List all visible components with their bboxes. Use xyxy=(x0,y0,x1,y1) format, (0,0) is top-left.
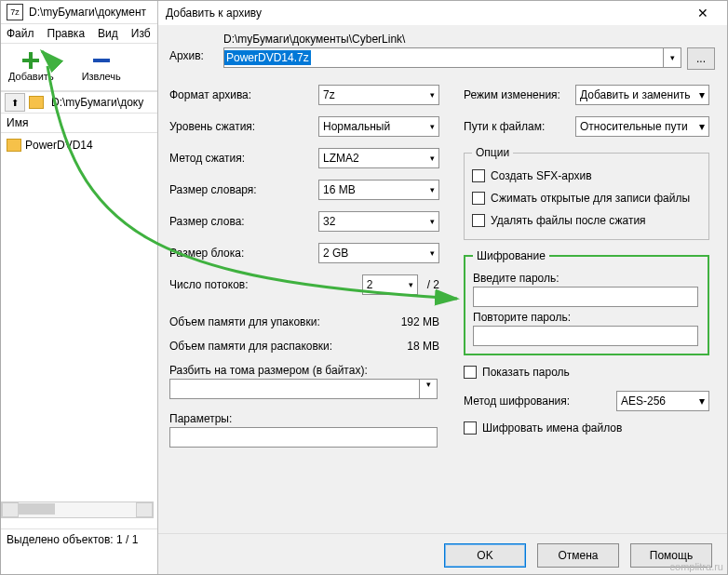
delete-after-checkbox[interactable] xyxy=(472,214,485,227)
block-label: Размер блока: xyxy=(169,247,244,260)
params-label: Параметры: xyxy=(169,412,439,425)
open-files-checkbox[interactable] xyxy=(472,192,485,205)
sfx-checkbox[interactable] xyxy=(472,169,485,182)
password2-input[interactable] xyxy=(473,326,698,346)
add-label: Добавить xyxy=(8,71,54,82)
folder-icon xyxy=(7,139,21,152)
mode-select[interactable]: Добавить и заменить▾ xyxy=(575,85,709,105)
ok-button[interactable]: OK xyxy=(444,543,526,568)
sfx-label: Создать SFX-архив xyxy=(491,169,592,182)
extract-label: Извлечь xyxy=(82,71,121,82)
word-select[interactable]: 32▾ xyxy=(318,211,439,232)
chevron-down-icon[interactable]: ▾ xyxy=(663,48,681,67)
method-label: Метод сжатия: xyxy=(169,152,245,165)
format-select[interactable]: 7z▾ xyxy=(318,85,439,105)
block-select[interactable]: 2 GB▾ xyxy=(318,243,439,263)
mem-unpack-value: 18 MB xyxy=(407,340,439,353)
add-to-archive-dialog: Добавить к архиву ✕ Архив: D:\myБумаги\д… xyxy=(157,1,728,575)
encrypt-names-label: Шифровать имена файлов xyxy=(482,421,622,435)
threads-max: / 2 xyxy=(427,278,439,291)
dialog-title: Добавить к архиву xyxy=(166,7,262,20)
archive-label: Архив: xyxy=(169,49,204,62)
menu-edit[interactable]: Правка xyxy=(47,27,86,40)
browse-button[interactable]: ... xyxy=(687,47,715,70)
options-legend: Опции xyxy=(472,146,513,159)
show-password-label: Показать пароль xyxy=(482,366,570,379)
close-button[interactable]: ✕ xyxy=(684,3,721,23)
minus-icon xyxy=(93,52,110,69)
enc-method-label: Метод шифрования: xyxy=(464,394,570,408)
cancel-button[interactable]: Отмена xyxy=(537,543,619,568)
watermark: complitra.ru xyxy=(670,561,723,572)
menu-file[interactable]: Файл xyxy=(7,27,34,40)
delete-after-label: Удалять файлы после сжатия xyxy=(491,214,646,227)
format-label: Формат архива: xyxy=(169,88,251,101)
plus-icon xyxy=(22,52,39,69)
dict-select[interactable]: 16 MB▾ xyxy=(318,180,439,200)
archive-dir: D:\myБумаги\документы\CyberLink\ xyxy=(223,33,405,46)
split-label: Разбить на тома размером (в байтах): xyxy=(169,364,439,377)
status-text: Выделено объектов: 1 / 1 xyxy=(7,533,138,546)
encryption-group: Шифрование Введите пароль: Повторите пар… xyxy=(464,249,709,355)
encryption-legend: Шифрование xyxy=(473,249,549,262)
mem-pack-label: Объем памяти для упаковки: xyxy=(169,315,320,328)
statusbar: Выделено объектов: 1 / 1 xyxy=(1,528,161,574)
app-icon: 7z xyxy=(7,4,23,20)
threads-select[interactable]: 2▾ xyxy=(362,274,418,295)
method-select[interactable]: LZMA2▾ xyxy=(318,148,439,168)
dialog-buttons: OK Отмена Помощь xyxy=(158,533,728,575)
level-label: Уровень сжатия: xyxy=(169,120,255,133)
password-label: Введите пароль: xyxy=(473,272,700,285)
word-label: Размер слова: xyxy=(169,215,245,228)
threads-label: Число потоков: xyxy=(169,278,249,291)
up-button[interactable]: ⬆ xyxy=(5,93,25,112)
mode-label: Режим изменения: xyxy=(464,88,560,101)
paths-select[interactable]: Относительные пути▾ xyxy=(575,116,709,137)
mem-unpack-label: Объем памяти для распаковки: xyxy=(169,340,332,353)
archive-name-combo[interactable]: PowerDVD14.7z ▾ xyxy=(223,47,681,68)
password-input[interactable] xyxy=(473,287,698,307)
menu-fav[interactable]: Изб xyxy=(131,27,151,40)
main-title: D:\myБумаги\документ xyxy=(29,6,146,19)
level-select[interactable]: Нормальный▾ xyxy=(318,116,439,137)
enc-method-select[interactable]: AES-256▾ xyxy=(616,391,709,411)
show-password-checkbox[interactable] xyxy=(464,366,477,379)
extract-button[interactable]: Извлечь xyxy=(82,52,121,82)
archive-name: PowerDVD14.7z xyxy=(224,50,311,65)
paths-label: Пути к файлам: xyxy=(464,120,545,133)
col-name: Имя xyxy=(7,116,28,129)
options-group: Опции Создать SFX-архив Сжимать открытые… xyxy=(464,146,709,240)
encrypt-names-checkbox[interactable] xyxy=(464,421,477,435)
add-button[interactable]: Добавить xyxy=(8,52,54,82)
password2-label: Повторите пароль: xyxy=(473,311,700,324)
menu-view[interactable]: Вид xyxy=(98,27,118,40)
open-files-label: Сжимать открытые для записи файлы xyxy=(491,192,690,205)
file-name: PowerDVD14 xyxy=(25,139,93,152)
dialog-titlebar: Добавить к архиву ✕ xyxy=(158,1,728,25)
h-scrollbar[interactable] xyxy=(1,501,154,518)
params-input[interactable] xyxy=(169,427,438,448)
dict-label: Размер словаря: xyxy=(169,183,257,196)
folder-icon xyxy=(29,96,44,109)
mem-pack-value: 192 MB xyxy=(401,315,439,328)
